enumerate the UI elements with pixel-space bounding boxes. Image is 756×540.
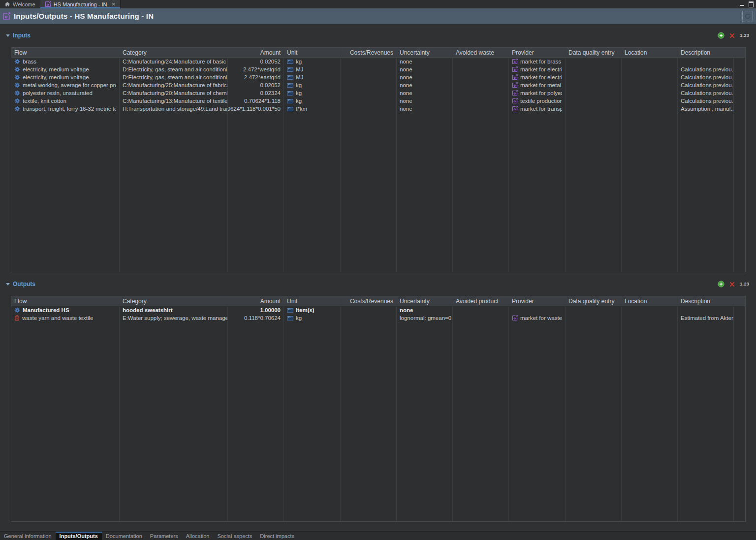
cell-provider: market for brass | ... [509, 58, 566, 65]
cell-costs [341, 105, 397, 113]
refresh-button[interactable] [742, 11, 753, 22]
column-header-data-quality-entry[interactable]: Data quality entry [566, 48, 622, 57]
tab-hs-manufacturing[interactable]: HS Manufacturing - IN ✕ [40, 0, 121, 8]
column-header-costs-revenues[interactable]: Costs/Revenues [341, 48, 397, 57]
inputs-table: FlowCategoryAmountUnitCosts/RevenuesUnce… [11, 47, 746, 272]
cell-provider: market for waste ... [509, 314, 566, 322]
cell-unit: t*km [284, 105, 341, 113]
delete-input-button[interactable] [729, 33, 735, 38]
cell-flow: brass [11, 58, 120, 65]
minimize-icon[interactable] [740, 3, 744, 6]
cell-category: C:Manufacturing/13:Manufacture of textil… [120, 97, 228, 105]
column-header-provider[interactable]: Provider [509, 296, 566, 306]
column-header-flow[interactable]: Flow [11, 48, 120, 57]
add-input-button[interactable] [718, 32, 724, 39]
cell-location [622, 89, 678, 97]
column-header-avoided-product[interactable]: Avoided product [453, 296, 509, 306]
table-row[interactable]: metal working, average for copper produc… [11, 81, 745, 89]
column-header-category[interactable]: Category [120, 296, 228, 306]
cell-category: hooded sweatshirt [120, 306, 228, 314]
process-icon [512, 66, 518, 72]
column-header-description[interactable]: Description [678, 48, 734, 57]
column-header-category[interactable]: Category [120, 48, 228, 57]
cell-flow: waste yarn and waste textile [11, 314, 120, 322]
table-row[interactable]: transport, freight, lorry 16-32 metric t… [11, 105, 745, 113]
column-header-description[interactable]: Description [678, 296, 734, 306]
cell-unit: kg [284, 89, 341, 97]
column-header-amount[interactable]: Amount [228, 48, 284, 57]
tab-inputs-outputs[interactable]: Inputs/Outputs [56, 532, 102, 540]
number-format-button[interactable]: 1.23 [740, 33, 749, 38]
cell-avoided [453, 65, 509, 73]
column-header-data-quality-entry[interactable]: Data quality entry [566, 296, 622, 306]
filler-cell [284, 113, 341, 272]
unit-icon [287, 67, 293, 72]
editor-page-tabs: General information Inputs/Outputs Docum… [0, 531, 756, 540]
cell-costs [341, 314, 397, 322]
column-header-unit[interactable]: Unit [284, 48, 341, 57]
filler-cell [397, 322, 453, 521]
tab-allocation[interactable]: Allocation [182, 532, 214, 540]
cell-filler [734, 314, 746, 322]
inputs-column-header-row: FlowCategoryAmountUnitCosts/RevenuesUnce… [11, 48, 745, 58]
cell-filler [734, 65, 746, 73]
table-row[interactable]: waste yarn and waste textileE:Water supp… [11, 314, 745, 322]
column-header-filler [734, 48, 746, 57]
cell-amount: 2.472*westgrid [228, 65, 284, 73]
cell-amount: 0.70624*1.118*0.001*50 [228, 105, 284, 113]
collapse-arrow-icon[interactable] [6, 34, 10, 37]
tab-documentation[interactable]: Documentation [102, 532, 146, 540]
cell-flow: transport, freight, lorry 16-32 metric t… [11, 105, 120, 113]
cell-unit: MJ [284, 73, 341, 81]
column-header-location[interactable]: Location [622, 48, 678, 57]
inputs-section-title: Inputs [13, 32, 31, 39]
cell-description: Assumption , manuf... [678, 105, 734, 113]
table-row[interactable]: electricity, medium voltageD:Electricity… [11, 65, 745, 73]
column-header-avoided-waste[interactable]: Avoided waste [453, 48, 509, 57]
cell-unit: kg [284, 81, 341, 89]
cell-amount: 0.118*0.70624 [228, 314, 284, 322]
filler-cell [566, 113, 622, 272]
inputs-section-header: Inputs 1.23 [6, 31, 750, 40]
column-header-uncertainty[interactable]: Uncertainty [397, 48, 453, 57]
column-header-uncertainty[interactable]: Uncertainty [397, 296, 453, 306]
inputs-table-empty-area [11, 113, 745, 272]
add-output-button[interactable] [718, 281, 724, 287]
table-row[interactable]: polyester resin, unsaturatedC:Manufactur… [11, 89, 745, 97]
tab-parameters[interactable]: Parameters [146, 532, 182, 540]
tab-general-information[interactable]: General information [0, 532, 56, 540]
column-header-flow[interactable]: Flow [11, 296, 120, 306]
tab-welcome[interactable]: Welcome [0, 0, 40, 8]
table-row[interactable]: textile, knit cottonC:Manufacturing/13:M… [11, 97, 745, 105]
table-row[interactable]: brassC:Manufacturing/24:Manufacture of b… [11, 58, 745, 65]
cell-provider: market for polyes... [509, 89, 566, 97]
collapse-arrow-icon[interactable] [6, 283, 10, 286]
tab-social-aspects[interactable]: Social aspects [213, 532, 256, 540]
home-icon [4, 1, 10, 7]
maximize-icon[interactable] [749, 1, 754, 7]
cell-costs [341, 73, 397, 81]
filler-cell [734, 322, 746, 521]
column-header-costs-revenues[interactable]: Costs/Revenues [341, 296, 397, 306]
filler-cell [453, 322, 509, 521]
delete-output-button[interactable] [729, 282, 735, 287]
cell-avoided [453, 314, 509, 322]
cell-data-quality [566, 89, 622, 97]
cell-provider: market for electri... [509, 65, 566, 73]
close-tab-icon[interactable]: ✕ [111, 1, 115, 7]
column-header-amount[interactable]: Amount [228, 296, 284, 306]
number-format-button[interactable]: 1.23 [740, 282, 749, 286]
unit-icon [287, 83, 293, 88]
cell-location [622, 81, 678, 89]
column-header-location[interactable]: Location [622, 296, 678, 306]
table-row[interactable]: Manufactured HShooded sweatshirt1.00000I… [11, 306, 745, 314]
column-header-unit[interactable]: Unit [284, 296, 341, 306]
tab-direct-impacts[interactable]: Direct impacts [256, 532, 298, 540]
cell-unit: MJ [284, 65, 341, 73]
cell-category: E:Water supply; sewerage, waste manageme… [120, 314, 228, 322]
tab-active-label: HS Manufacturing - IN [54, 1, 107, 7]
cell-description: Calculations previou... [678, 97, 734, 105]
column-header-provider[interactable]: Provider [509, 48, 566, 57]
table-row[interactable]: electricity, medium voltageD:Electricity… [11, 73, 745, 81]
cell-avoided [453, 89, 509, 97]
